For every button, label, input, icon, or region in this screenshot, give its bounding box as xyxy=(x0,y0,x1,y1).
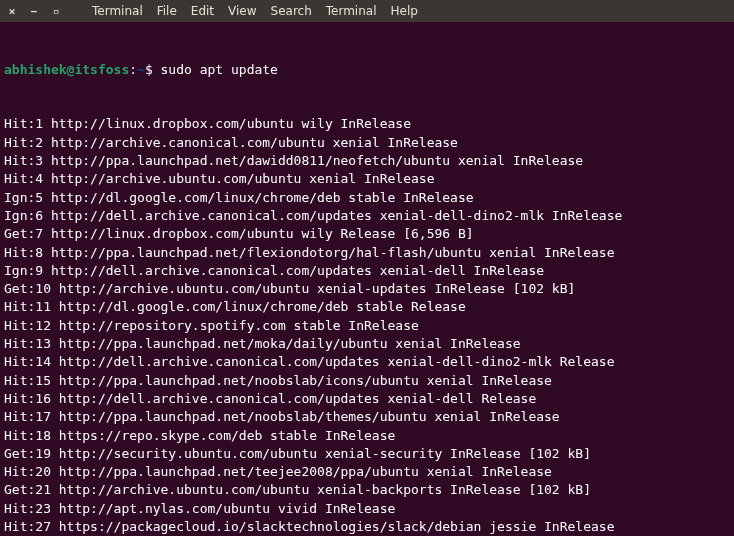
output-line: Hit:16 http://dell.archive.canonical.com… xyxy=(4,390,730,408)
output-line: Hit:17 http://ppa.launchpad.net/noobslab… xyxy=(4,408,730,426)
command-text xyxy=(153,62,161,77)
output-line: Hit:14 http://dell.archive.canonical.com… xyxy=(4,353,730,371)
prompt-dollar: $ xyxy=(145,62,153,77)
output-line: Get:19 http://security.ubuntu.com/ubuntu… xyxy=(4,445,730,463)
output-line: Ign:5 http://dl.google.com/linux/chrome/… xyxy=(4,189,730,207)
output-line: Hit:1 http://linux.dropbox.com/ubuntu wi… xyxy=(4,115,730,133)
output-line: Ign:6 http://dell.archive.canonical.com/… xyxy=(4,207,730,225)
output-line: Hit:15 http://ppa.launchpad.net/noobslab… xyxy=(4,372,730,390)
menu-file[interactable]: File xyxy=(153,2,181,20)
output-line: Hit:23 http://apt.nylas.com/ubuntu vivid… xyxy=(4,500,730,518)
output-line: Get:10 http://archive.ubuntu.com/ubuntu … xyxy=(4,280,730,298)
menu-terminal2[interactable]: Terminal xyxy=(322,2,381,20)
prompt-user-host: abhishek@itsfoss xyxy=(4,62,129,77)
title-bar: × − ▫ Terminal File Edit View Search Ter… xyxy=(0,0,734,22)
menu-terminal[interactable]: Terminal xyxy=(88,2,147,20)
menu-view[interactable]: View xyxy=(224,2,260,20)
output-line: Hit:12 http://repository.spotify.com sta… xyxy=(4,317,730,335)
minimize-icon[interactable]: − xyxy=(28,5,40,17)
output-line: Hit:20 http://ppa.launchpad.net/teejee20… xyxy=(4,463,730,481)
output-line: Hit:27 https://packagecloud.io/slacktech… xyxy=(4,518,730,536)
output-line: Get:7 http://linux.dropbox.com/ubuntu wi… xyxy=(4,225,730,243)
menu-bar: Terminal File Edit View Search Terminal … xyxy=(88,2,422,20)
maximize-icon[interactable]: ▫ xyxy=(50,5,62,17)
output-line: Hit:4 http://archive.ubuntu.com/ubuntu x… xyxy=(4,170,730,188)
close-icon[interactable]: × xyxy=(6,5,18,17)
output-line: Hit:3 http://ppa.launchpad.net/dawidd081… xyxy=(4,152,730,170)
prompt-colon: : xyxy=(129,62,137,77)
menu-edit[interactable]: Edit xyxy=(187,2,218,20)
command-input: sudo apt update xyxy=(161,62,278,77)
output-line: Hit:18 https://repo.skype.com/deb stable… xyxy=(4,427,730,445)
window-controls: × − ▫ xyxy=(6,5,62,17)
prompt-line-1: abhishek@itsfoss:~$ sudo apt update xyxy=(4,61,730,79)
menu-help[interactable]: Help xyxy=(387,2,422,20)
output-block: Hit:1 http://linux.dropbox.com/ubuntu wi… xyxy=(4,115,730,536)
output-line: Ign:9 http://dell.archive.canonical.com/… xyxy=(4,262,730,280)
output-line: Hit:13 http://ppa.launchpad.net/moka/dai… xyxy=(4,335,730,353)
output-line: Get:21 http://archive.ubuntu.com/ubuntu … xyxy=(4,481,730,499)
output-line: Hit:2 http://archive.canonical.com/ubunt… xyxy=(4,134,730,152)
terminal-viewport[interactable]: abhishek@itsfoss:~$ sudo apt update Hit:… xyxy=(0,22,734,536)
output-line: Hit:8 http://ppa.launchpad.net/flexiondo… xyxy=(4,244,730,262)
prompt-path: ~ xyxy=(137,62,145,77)
menu-search[interactable]: Search xyxy=(267,2,316,20)
output-line: Hit:11 http://dl.google.com/linux/chrome… xyxy=(4,298,730,316)
